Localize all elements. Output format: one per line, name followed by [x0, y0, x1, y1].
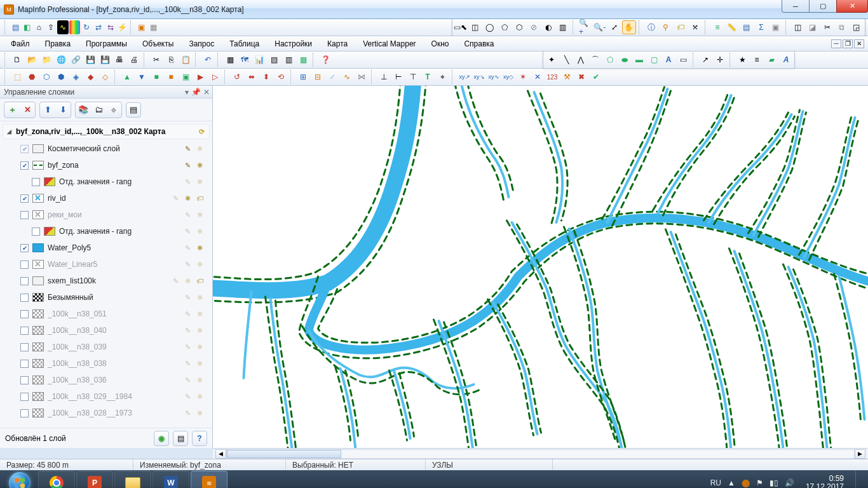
invert-icon[interactable]: ◐ [541, 20, 555, 34]
panel-pin-icon[interactable]: 📌 [191, 88, 201, 97]
map-canvas[interactable]: .riv-main{fill:none;stroke:#3bb5ea;strok… [213, 86, 868, 448]
layer-row[interactable]: ✔Косметический слой✎✺ [1, 140, 211, 157]
edit-icon[interactable]: ✎ [182, 325, 193, 336]
e14-icon[interactable]: ▷ [208, 70, 222, 84]
move-down-icon[interactable]: ⬇ [55, 102, 71, 118]
stats-icon[interactable]: Σ [754, 20, 768, 34]
flip-v-icon[interactable]: ⬍ [259, 70, 273, 84]
layer-visible-checkbox[interactable] [20, 277, 29, 285]
m2-icon[interactable]: ⊟ [311, 70, 325, 84]
layer-visible-checkbox[interactable] [20, 360, 29, 368]
menu-programs[interactable]: Программы [79, 37, 134, 51]
layer-visible-checkbox[interactable] [20, 376, 29, 384]
trim-icon[interactable]: ✂ [820, 20, 834, 34]
layer-visible-checkbox[interactable] [32, 178, 40, 186]
select-rect-icon[interactable]: ◫ [468, 20, 482, 34]
layer-row[interactable]: Water_Linear5✎✺ [1, 256, 211, 273]
menu-window[interactable]: Окно [424, 37, 456, 51]
menu-vertical-mapper[interactable]: Vertical Mapper [356, 37, 423, 51]
menu-edit[interactable]: Правка [38, 37, 78, 51]
layer-row[interactable]: sxem_list100k✎✺🏷 [1, 273, 211, 289]
e6-icon[interactable]: ◆ [83, 70, 97, 84]
rainbow-icon[interactable] [69, 20, 81, 34]
xy3-icon[interactable]: xy∿ [487, 70, 501, 84]
layers-icon[interactable]: ◧ [22, 20, 33, 34]
a5-icon[interactable]: ⌖ [435, 70, 449, 84]
task-chrome[interactable] [38, 471, 75, 488]
expand-icon[interactable]: ◢ [6, 128, 12, 135]
label-icon[interactable]: ✺ [182, 276, 193, 286]
new-browser-icon[interactable]: ▦ [223, 53, 237, 67]
chart-icon[interactable]: ▥ [556, 20, 570, 34]
m1-icon[interactable]: ⊞ [296, 70, 310, 84]
layer-visible-checkbox[interactable] [20, 310, 29, 318]
paste-icon[interactable]: 📋 [179, 53, 193, 67]
edit-icon[interactable]: ✎ [182, 342, 193, 352]
maximize-button[interactable]: ▢ [809, 0, 837, 13]
rect-icon[interactable]: ▬ [632, 53, 646, 67]
label-icon[interactable]: ✺ [194, 160, 205, 170]
edit-icon[interactable]: ✎ [182, 292, 193, 302]
edit-icon[interactable]: ✎ [182, 226, 193, 236]
layer-row[interactable]: _100k__n38_029__1984✎✺ [1, 388, 211, 405]
layer-visible-checkbox[interactable]: ✔ [20, 194, 29, 203]
n6-icon[interactable]: ✔ [589, 70, 603, 84]
region-style-icon[interactable]: ▰ [764, 53, 778, 67]
drag-icon[interactable]: ⤧ [688, 20, 702, 34]
status-size[interactable]: Размер: 45 800 m [0, 459, 133, 470]
line-icon[interactable]: ╲ [559, 53, 573, 67]
e10-icon[interactable]: ■ [149, 70, 163, 84]
graph-icon[interactable]: ∿ [57, 20, 69, 34]
open-odbc-icon[interactable]: 🔗 [69, 53, 83, 67]
layer-visible-checkbox[interactable] [32, 227, 40, 236]
panel-help-icon[interactable]: ? [192, 431, 207, 446]
close-button[interactable]: ✕ [836, 0, 868, 13]
text-icon[interactable]: A [661, 53, 675, 67]
n1-icon[interactable]: ✶ [516, 70, 530, 84]
label-icon[interactable]: 🏷 [674, 20, 688, 34]
layer-row[interactable]: Безымянный✎✺ [1, 289, 211, 306]
layer-visible-checkbox[interactable] [20, 343, 29, 351]
ruler-icon[interactable]: 📏 [725, 20, 739, 34]
group-refresh-icon[interactable]: ⟳ [196, 126, 207, 137]
e7-icon[interactable]: ◇ [98, 70, 112, 84]
label-icon[interactable]: ✺ [194, 358, 205, 369]
edit-icon[interactable]: ✎ [182, 259, 193, 269]
undo-icon[interactable]: ↶ [201, 53, 215, 67]
mdi-minimize-icon[interactable]: ─ [831, 39, 841, 48]
edit-icon[interactable]: ✎ [182, 144, 193, 154]
xy4-icon[interactable]: xy◇ [501, 70, 515, 84]
add-layer-icon[interactable]: ＋ [4, 102, 20, 118]
symbol-icon[interactable]: ✦ [545, 53, 559, 67]
tag-icon[interactable]: 🏷 [194, 193, 205, 203]
layer-visible-checkbox[interactable]: ✔ [20, 161, 29, 170]
apply-icon[interactable]: ◉ [154, 431, 169, 446]
m5-icon[interactable]: ⋈ [355, 70, 369, 84]
clip2-icon[interactable]: ◪ [806, 20, 820, 34]
e11-icon[interactable]: ■ [164, 70, 178, 84]
m3-icon[interactable]: ⟋ [325, 70, 339, 84]
e12-icon[interactable]: ▣ [179, 70, 193, 84]
layer-visible-checkbox[interactable] [20, 211, 29, 219]
a1-icon[interactable]: ⊥ [377, 70, 391, 84]
layer-props-icon[interactable]: 📚 [76, 102, 91, 118]
status-editable[interactable]: Изменяемый: byf_zona [133, 459, 286, 470]
layers-button-icon[interactable]: ≡ [710, 20, 724, 34]
layer-group-row[interactable]: ◢ byf_zona,riv_id,...,_100k__n38_002 Кар… [3, 124, 210, 139]
e2-icon[interactable]: ⬣ [25, 70, 39, 84]
hotlink-icon[interactable]: ⚲ [659, 20, 673, 34]
sym-style-icon[interactable]: ★ [735, 53, 749, 67]
legend-icon[interactable]: ▤ [740, 20, 754, 34]
scroll-left-icon[interactable]: ◀ [215, 449, 226, 459]
save-ws-icon[interactable]: 💾 [98, 53, 112, 67]
arc-icon[interactable]: ⌒ [588, 53, 602, 67]
label-icon[interactable]: ✺ [194, 210, 205, 220]
edit-icon[interactable]: ✎ [182, 177, 193, 187]
new-map-icon[interactable]: 🗺 [238, 53, 252, 67]
e5-icon[interactable]: ◈ [69, 70, 83, 84]
zoom-in-icon[interactable]: 🔍+ [578, 20, 592, 34]
status-nodes[interactable]: УЗЛЫ [426, 459, 553, 470]
info-icon[interactable]: ⓘ [644, 20, 658, 34]
roundrect-icon[interactable]: ▢ [647, 53, 661, 67]
layer-row[interactable]: ✔riv_id✎✺🏷 [1, 190, 211, 207]
